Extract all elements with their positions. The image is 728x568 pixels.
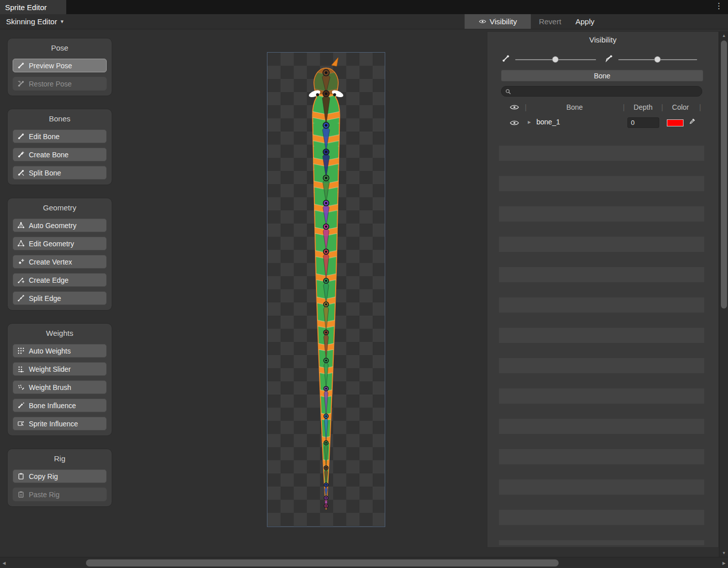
weight-slider-label: Weight Slider: [29, 365, 71, 373]
eye-icon: [479, 18, 486, 25]
apply-button[interactable]: Apply: [570, 14, 600, 29]
mesh-opacity-icon: [502, 54, 510, 63]
column-header-bone[interactable]: Bone: [533, 103, 616, 111]
skinning-editor-dropdown[interactable]: Skinning Editor ▾: [2, 14, 67, 29]
restore-pose-button[interactable]: Restore Pose: [13, 77, 107, 91]
vertical-scroll-thumb[interactable]: [721, 40, 727, 309]
horizontal-scrollbar[interactable]: ◀ ▶: [0, 557, 728, 568]
column-header-depth[interactable]: Depth: [628, 103, 658, 111]
restore-pose-icon: [17, 80, 25, 88]
paste-rig-label: Paste Rig: [29, 491, 60, 499]
sprite-influence-icon: [17, 420, 25, 427]
revert-button[interactable]: Revert: [532, 14, 568, 29]
sprite-editor-tab[interactable]: Sprite Editor: [0, 0, 66, 14]
vertical-scrollbar[interactable]: ▲ ▼: [719, 31, 728, 557]
eyedropper-icon[interactable]: [689, 117, 696, 125]
edit-geometry-button[interactable]: Edit Geometry: [13, 237, 107, 250]
geometry-section: Geometry Auto Geometry Edit Geometry Cre…: [7, 198, 112, 311]
sprite-editor-window: Sprite Editor ⋮ Skinning Editor ▾ Visibi…: [0, 0, 728, 568]
visibility-panel: Visibility Bone | Bone | Depth |: [487, 31, 719, 548]
bone-opacity-icon: [605, 54, 613, 63]
pose-section-title: Pose: [13, 43, 107, 53]
split-bone-button[interactable]: Split Bone: [13, 166, 107, 180]
auto-weights-button[interactable]: Auto Weights: [13, 344, 107, 358]
weight-brush-label: Weight Brush: [29, 383, 71, 391]
horizontal-scroll-thumb[interactable]: [86, 559, 559, 566]
bone-table-row[interactable]: ▸ bone_1: [487, 116, 718, 130]
depth-input[interactable]: [627, 117, 659, 128]
chevron-down-icon: ▾: [61, 18, 64, 25]
bone-influence-icon: [17, 402, 25, 409]
edit-bone-button[interactable]: Edit Bone: [13, 129, 107, 143]
weights-section-title: Weights: [13, 329, 107, 338]
visibility-column-eye-icon: [510, 104, 519, 110]
bone-influence-button[interactable]: Bone Influence: [13, 399, 107, 412]
create-bone-button[interactable]: Create Bone: [13, 148, 107, 161]
scroll-up-arrow[interactable]: ▲: [719, 31, 728, 39]
sprite-canvas[interactable]: [267, 52, 385, 527]
auto-weights-label: Auto Weights: [29, 347, 71, 355]
preview-pose-button[interactable]: Preview Pose: [13, 59, 107, 72]
weights-section: Weights Auto Weights Weight Slider Weigh…: [7, 323, 112, 436]
column-separator: |: [525, 103, 527, 111]
rig-section-title: Rig: [13, 454, 107, 463]
edit-bone-label: Edit Bone: [29, 133, 60, 141]
pose-section: Pose Preview Pose Restore Pose: [7, 38, 112, 96]
auto-geometry-label: Auto Geometry: [29, 222, 76, 230]
bone-visibility-slider-knob[interactable]: [654, 56, 661, 63]
create-edge-icon: [17, 276, 25, 284]
bone-table-header: | Bone | Depth | Color |: [487, 102, 718, 115]
bone-color-swatch[interactable]: [667, 119, 684, 126]
auto-weights-icon: [17, 347, 25, 355]
create-edge-label: Create Edge: [29, 276, 69, 284]
main-toolbar: Skinning Editor ▾ Visibility Revert Appl…: [0, 14, 728, 29]
preview-pose-label: Preview Pose: [29, 62, 72, 70]
empty-bone-list-stripes: [499, 130, 704, 545]
scroll-right-arrow[interactable]: ▶: [720, 557, 728, 568]
visibility-panel-title: Visibility: [487, 35, 718, 44]
sprite-influence-button[interactable]: Sprite Influence: [13, 417, 107, 430]
split-edge-button[interactable]: Split Edge: [13, 291, 107, 305]
create-edge-button[interactable]: Create Edge: [13, 273, 107, 287]
bone-tab-button[interactable]: Bone: [501, 70, 703, 81]
weight-slider-icon: [17, 365, 25, 373]
edit-geometry-label: Edit Geometry: [29, 240, 74, 248]
create-bone-label: Create Bone: [29, 151, 69, 159]
scroll-down-arrow[interactable]: ▼: [719, 549, 728, 557]
auto-geometry-button[interactable]: Auto Geometry: [13, 219, 107, 232]
split-bone-label: Split Bone: [29, 169, 61, 177]
window-titlebar: Sprite Editor ⋮: [0, 0, 728, 14]
edit-bone-icon: [17, 133, 25, 140]
scroll-left-arrow[interactable]: ◀: [0, 557, 8, 568]
create-vertex-button[interactable]: Create Vertex: [13, 255, 107, 269]
tools-panel: Pose Preview Pose Restore Pose Bones Edi…: [7, 38, 112, 507]
create-vertex-icon: [17, 258, 25, 266]
disclosure-triangle-icon[interactable]: ▸: [528, 118, 531, 125]
copy-rig-button[interactable]: Copy Rig: [13, 469, 107, 483]
visibility-label: Visibility: [490, 17, 517, 26]
paste-clipboard-icon: [17, 491, 25, 498]
column-header-color[interactable]: Color: [665, 103, 696, 111]
sprite-influence-label: Sprite Influence: [29, 420, 78, 428]
bone-search-input[interactable]: [514, 88, 698, 95]
bones-section: Bones Edit Bone Create Bone Split Bone: [7, 109, 112, 185]
visibility-toggle-button[interactable]: Visibility: [465, 14, 531, 29]
search-icon: [505, 89, 511, 95]
geometry-section-title: Geometry: [13, 203, 107, 212]
restore-pose-label: Restore Pose: [29, 80, 72, 88]
weight-brush-button[interactable]: Weight Brush: [13, 380, 107, 394]
split-edge-label: Split Edge: [29, 294, 61, 302]
pose-bone-icon: [17, 62, 25, 69]
bone-name[interactable]: bone_1: [536, 118, 560, 126]
mesh-visibility-slider-knob[interactable]: [552, 56, 559, 63]
weight-brush-icon: [17, 383, 25, 391]
create-vertex-label: Create Vertex: [29, 258, 72, 266]
column-separator: |: [699, 103, 701, 111]
kebab-menu-icon[interactable]: ⋮: [715, 2, 723, 10]
paste-rig-button[interactable]: Paste Rig: [13, 488, 107, 501]
mode-label: Skinning Editor: [6, 17, 57, 26]
bone-search-field[interactable]: [501, 86, 702, 97]
create-bone-icon: [17, 151, 25, 158]
weight-slider-button[interactable]: Weight Slider: [13, 362, 107, 376]
row-visibility-eye-icon[interactable]: [510, 120, 519, 126]
